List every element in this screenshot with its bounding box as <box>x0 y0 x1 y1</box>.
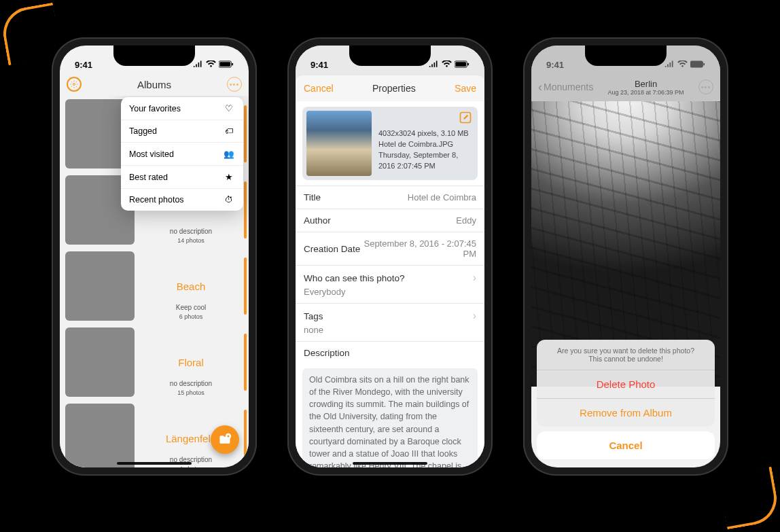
phone-mockup-albums: 9:41 Albums ••• 4 photosno description14… <box>52 37 257 476</box>
title-value: Hotel de Coimbra <box>321 192 476 202</box>
dropdown-item-label: Best rated <box>129 173 223 182</box>
delete-photo-button[interactable]: Delete Photo <box>537 370 715 399</box>
svg-rect-7 <box>467 63 469 66</box>
album-row[interactable]: Floralno description15 photos <box>60 324 249 400</box>
photo-thumbnail <box>306 111 372 176</box>
author-value: Eddy <box>331 215 476 226</box>
visibility-label: Who can see this photo? <box>304 273 405 283</box>
photo-title: Berlin <box>593 79 698 89</box>
sheet-message: Are you sure you want to delete this pho… <box>537 340 715 370</box>
svg-rect-1 <box>219 62 230 66</box>
modal-header: Cancel Properties Save <box>296 75 484 101</box>
description-textarea[interactable]: Old Coimbra sits on a hill on the right … <box>302 368 478 467</box>
save-button[interactable]: Save <box>455 83 476 94</box>
wifi-icon <box>206 60 216 70</box>
meta-datetime: Thursday, September 8, 2016 2:07:45 PM <box>378 150 474 172</box>
album-title: Längenfeld <box>166 433 216 444</box>
page-title: Albums <box>82 79 227 90</box>
title-row[interactable]: Title Hotel de Coimbra <box>296 185 484 209</box>
album-accent-bar <box>244 334 247 391</box>
cellular-signal-icon <box>193 60 203 70</box>
star-icon: ★ <box>223 172 235 182</box>
description-label: Description <box>304 348 350 358</box>
sheet-cancel-button[interactable]: Cancel <box>537 431 715 459</box>
visibility-value: Everybody <box>304 287 345 297</box>
dropdown-item[interactable]: Best rated★ <box>121 166 243 189</box>
created-label: Creation Date <box>304 244 360 254</box>
album-description: Keep cool <box>176 304 206 311</box>
back-button[interactable]: ‹ Monuments <box>538 80 593 94</box>
phone-notch <box>349 46 431 66</box>
photo-title-group: Berlin Aug 23, 2018 at 7:06:39 PM <box>593 79 698 96</box>
svg-rect-2 <box>232 63 233 66</box>
photo-navbar: ‹ Monuments Berlin Aug 23, 2018 at 7:06:… <box>531 73 720 101</box>
meta-filename: Hotel de Coimbra.JPG <box>378 139 474 150</box>
dropdown-item[interactable]: Your favorites♡ <box>121 97 243 120</box>
svg-point-3 <box>73 84 75 86</box>
visibility-row[interactable]: Who can see this photo? › Everybody <box>296 265 484 303</box>
album-title: Floral <box>178 357 204 368</box>
settings-gear-icon[interactable] <box>67 77 82 92</box>
more-menu-icon[interactable]: ••• <box>227 77 242 92</box>
album-thumbnail <box>65 327 135 397</box>
meta-pixels: 4032x3024 pixels, 3.10 MB <box>378 128 474 139</box>
phone-mockup-delete: 9:41 ‹ Monuments Berlin Aug 23, 2018 at … <box>523 37 728 476</box>
creation-date-row[interactable]: Creation Date September 8, 2016 - 2:07:4… <box>296 232 484 265</box>
album-photo-count: 4 photos <box>179 465 203 467</box>
album-photo-count: 14 photos <box>177 237 205 244</box>
heart-icon: ♡ <box>223 103 235 113</box>
dropdown-item-label: Tagged <box>129 126 223 136</box>
album-accent-bar <box>244 258 247 315</box>
tags-label: Tags <box>304 311 323 321</box>
cancel-button[interactable]: Cancel <box>304 83 334 94</box>
album-thumbnail <box>65 404 135 467</box>
dropdown-item[interactable]: Recent photos⏱ <box>121 189 243 211</box>
remove-from-album-button[interactable]: Remove from Album <box>537 399 715 427</box>
author-label: Author <box>304 215 331 226</box>
dropdown-item-label: Your favorites <box>129 104 223 113</box>
modal-title: Properties <box>334 83 455 94</box>
chevron-right-icon: › <box>473 272 476 284</box>
svg-rect-6 <box>455 62 466 66</box>
battery-icon <box>690 60 705 70</box>
created-value: September 8, 2016 - 2:07:45 PM <box>360 238 476 259</box>
home-indicator <box>353 462 427 465</box>
battery-icon <box>219 60 234 70</box>
edit-icon[interactable] <box>459 111 472 124</box>
dropdown-item[interactable]: Most visited👥 <box>121 143 243 166</box>
album-row[interactable]: BeachKeep cool6 photos <box>60 248 249 324</box>
cellular-signal-icon <box>664 60 675 70</box>
people-icon: 👥 <box>223 149 235 159</box>
chevron-right-icon: › <box>473 310 476 322</box>
album-photo-count: 15 photos <box>177 389 205 396</box>
album-thumbnail <box>65 251 135 321</box>
album-accent-bar <box>244 181 247 238</box>
phone-mockup-properties: 9:41 Cancel Properties Save 4032x3024 pi… <box>287 37 493 476</box>
tags-row[interactable]: Tags › none <box>296 303 484 341</box>
wifi-icon <box>677 60 688 70</box>
description-label-row: Description <box>296 341 484 364</box>
home-indicator <box>117 462 192 465</box>
photo-subtitle: Aug 23, 2018 at 7:06:39 PM <box>593 89 698 96</box>
albums-header: Albums ••• <box>60 73 249 96</box>
cellular-signal-icon <box>429 60 439 70</box>
svg-rect-11 <box>703 63 705 66</box>
more-menu-icon[interactable]: ••• <box>698 79 713 94</box>
action-sheet: Are you sure you want to delete this pho… <box>537 340 715 427</box>
album-title: Beach <box>177 281 206 292</box>
author-row[interactable]: Author Eddy <box>296 209 484 232</box>
decorative-arc-bottom-right <box>718 467 780 530</box>
phone-notch <box>585 46 667 66</box>
phone-notch <box>113 46 195 66</box>
album-accent-bar <box>244 105 247 162</box>
dropdown-item-label: Most visited <box>129 149 223 159</box>
dropdown-item-label: Recent photos <box>129 195 223 205</box>
tag-icon: 🏷 <box>223 126 235 136</box>
tags-value: none <box>304 325 323 335</box>
album-info: Floralno description15 photos <box>139 327 243 397</box>
dropdown-item[interactable]: Tagged🏷 <box>121 120 243 143</box>
wifi-icon <box>442 60 452 70</box>
album-description: no description <box>170 380 212 387</box>
title-label: Title <box>304 192 321 202</box>
add-album-fab[interactable] <box>211 425 239 454</box>
